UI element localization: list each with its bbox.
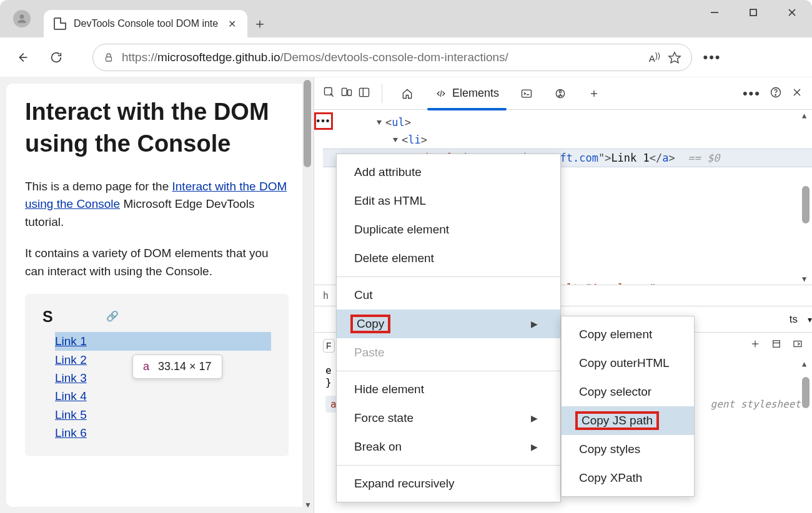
intro-paragraph-2: It contains a variety of DOM elements th… [25,245,289,280]
element-inspect-tooltip: a 33.14 × 17 [132,354,222,379]
filter-input-icon[interactable]: F [323,339,335,353]
toggle-class-button[interactable] [750,338,761,353]
tab-title: DevTools Console tool DOM inte [74,18,218,29]
demo-link-1[interactable]: Link 1 [55,332,271,350]
menu-copy[interactable]: Copy▶ [337,310,560,338]
svg-point-17 [559,90,561,92]
read-aloud-icon[interactable]: A)) [649,51,660,64]
address-bar[interactable]: https://microsoftedge.github.io/Demos/de… [92,44,692,71]
menu-break-on[interactable]: Break on▶ [337,432,560,461]
demo-link-4[interactable]: Link 4 [55,387,271,405]
scroll-up-arrow[interactable]: ▲ [802,111,806,120]
menu-expand-recursively[interactable]: Expand recursively [337,469,560,498]
url-text: https://microsoftedge.github.io/Demos/de… [122,51,508,64]
scrollbar-thumb[interactable] [304,80,311,167]
element-context-menu: Add attribute Edit as HTML Duplicate ele… [336,154,561,502]
svg-rect-9 [342,88,347,95]
profile-button[interactable] [0,0,44,37]
element-actions-button[interactable]: ••• [314,112,333,130]
svg-rect-6 [106,57,112,61]
menu-paste: Paste [337,338,560,367]
page-icon [54,17,66,30]
page-heading: Interact with the DOM using the Console [25,96,289,160]
content-scrollbar[interactable]: ▼ [302,80,312,511]
submenu-copy-xpath[interactable]: Copy XPath [562,464,694,492]
menu-add-attribute[interactable]: Add attribute [337,158,560,187]
welcome-tab[interactable] [394,84,421,104]
content-pane: Interact with the DOM using the Console … [0,77,314,513]
window-controls [702,2,805,22]
dom-scrollbar[interactable]: ▲ ▼ [801,111,811,283]
reload-button[interactable] [42,44,70,71]
svg-rect-14 [522,90,532,97]
scroll-down-arrow[interactable]: ▼ [304,501,312,509]
svg-line-13 [440,90,442,97]
svg-rect-2 [750,9,756,16]
scroll-down-arrow[interactable]: ▼ [802,275,806,283]
content-card: Interact with the DOM using the Console … [6,84,307,507]
submenu-copy-element[interactable]: Copy element [562,320,694,349]
svg-point-21 [775,94,776,95]
browser-tab[interactable]: DevTools Console tool DOM inte ✕ [44,10,247,37]
dock-side-icon[interactable] [358,86,370,101]
computed-toggle-icon[interactable] [792,338,803,353]
menu-duplicate-element[interactable]: Duplicate element [337,215,560,244]
styles-scrollbar[interactable]: ▲ [801,359,811,512]
submenu-copy-styles[interactable]: Copy styles [562,435,694,464]
sources-tab-icon[interactable] [547,84,574,104]
menu-hide-element[interactable]: Hide element [337,375,560,404]
svg-point-0 [20,14,24,19]
svg-rect-28 [794,341,801,347]
copy-submenu: Copy element Copy outerHTML Copy selecto… [561,316,695,497]
settings-menu-button[interactable]: ••• [698,44,726,71]
scrollbar-thumb[interactable] [802,377,810,408]
close-window-button[interactable] [780,2,805,22]
new-style-button[interactable] [771,338,782,353]
window-title-bar: DevTools Console tool DOM inte ✕ ＋ [0,0,812,37]
svg-rect-11 [360,88,369,96]
minimize-button[interactable] [702,2,727,22]
styles-tab-label-tail[interactable]: ts [790,313,798,326]
elements-tab[interactable]: Elements [427,83,507,104]
demo-link-6[interactable]: Link 6 [55,424,271,442]
favorite-icon[interactable] [668,51,681,64]
section-heading: S [42,308,271,326]
menu-cut[interactable]: Cut [337,281,560,310]
svg-rect-10 [348,89,352,95]
svg-marker-7 [669,52,680,62]
browser-toolbar: https://microsoftedge.github.io/Demos/de… [0,37,812,77]
more-tabs-button[interactable] [580,84,608,104]
scrollbar-thumb[interactable] [802,186,810,223]
lock-icon [103,52,114,63]
submenu-copy-outerhtml[interactable]: Copy outerHTML [562,349,694,378]
devtools-more-button[interactable]: ••• [743,86,761,102]
tooltip-tagname: a [143,360,149,373]
tooltip-dimensions: 33.14 × 17 [158,360,212,373]
demo-link-5[interactable]: Link 5 [55,406,271,424]
menu-force-state[interactable]: Force state▶ [337,404,560,432]
inspect-element-icon[interactable] [323,86,335,101]
new-tab-button[interactable]: ＋ [247,10,272,37]
menu-delete-element[interactable]: Delete element [337,244,560,273]
intro-paragraph: This is a demo page for the Interact wit… [25,178,289,232]
console-tab-icon[interactable] [513,84,540,104]
maximize-button[interactable] [741,2,766,22]
svg-rect-26 [773,341,780,348]
devtools-close-button[interactable] [791,86,803,101]
anchor-link-icon[interactable]: 🔗 [106,310,119,322]
submenu-copy-selector[interactable]: Copy selector [562,378,694,406]
back-button[interactable] [9,44,36,71]
tab-close-button[interactable]: ✕ [225,16,239,32]
help-icon[interactable] [770,86,782,101]
devtools-header: Elements ••• [314,77,812,110]
device-toolbar-icon[interactable] [340,86,353,101]
menu-edit-as-html[interactable]: Edit as HTML [337,187,560,215]
submenu-copy-js-path[interactable]: Copy JS path [562,406,694,435]
